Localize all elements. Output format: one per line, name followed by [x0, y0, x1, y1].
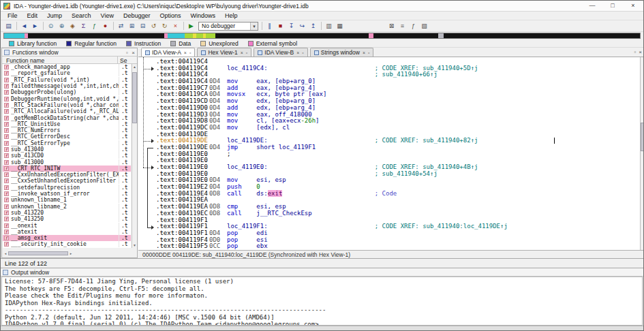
close-button[interactable]: ×: [623, 1, 643, 12]
menu-edit[interactable]: Edit: [22, 12, 43, 20]
structures-icon[interactable]: ⊞: [127, 21, 137, 31]
start-process-icon[interactable]: ▶: [186, 21, 196, 31]
calculator-icon[interactable]: Σ: [78, 21, 89, 31]
scroll-right-icon[interactable]: ▸: [68, 251, 74, 255]
menu-debugger[interactable]: Debugger: [119, 12, 155, 20]
tab-ida-view-b[interactable]: IDA View-B×▫: [254, 48, 307, 57]
tab-hex-view-1[interactable]: Hex View-1×▫: [197, 48, 251, 57]
function-row[interactable]: fDebuggerProbe(ulong).t: [3, 89, 131, 95]
cancel-icon[interactable]: ×: [170, 21, 181, 31]
command-input[interactable]: [1, 326, 643, 330]
run-until-return-icon[interactable]: ↥: [308, 21, 318, 31]
menu-help[interactable]: Help: [220, 12, 243, 20]
search-icon[interactable]: ⊙: [46, 21, 56, 31]
float-icon[interactable]: ▫: [126, 50, 128, 56]
breakpoints-icon[interactable]: ●: [100, 21, 110, 31]
pause-process-icon[interactable]: ∥: [264, 21, 275, 31]
function-row[interactable]: f__onexit.t: [3, 222, 131, 228]
column-segment[interactable]: Se: [118, 57, 132, 63]
copy-icon[interactable]: ⇄: [116, 21, 126, 31]
colors-icon[interactable]: ◈: [67, 21, 78, 31]
scroll-thumb[interactable]: [8, 251, 68, 255]
scroll-up-icon[interactable]: ▲: [132, 64, 137, 69]
redo-icon[interactable]: ↻: [159, 21, 170, 31]
function-row[interactable]: funknown_libname_2.t: [3, 204, 131, 210]
navigation-band-track[interactable]: [3, 33, 641, 39]
close-icon[interactable]: ×: [363, 50, 365, 55]
menu-options[interactable]: Options: [155, 12, 185, 20]
function-row[interactable]: f__setdefaultprecision.t: [3, 185, 131, 191]
modules-list-icon[interactable]: ▦: [335, 21, 345, 31]
scroll-left-icon[interactable]: ◂: [3, 251, 8, 255]
float-icon[interactable]: ▫: [368, 50, 369, 55]
function-row[interactable]: f__amsg_exit.t: [3, 235, 131, 241]
function-row[interactable]: fDebuggerRuntime(ulong,int,void *,*c....…: [3, 95, 131, 101]
function-row[interactable]: f_RTC_Failure(void *,int).t: [3, 77, 131, 83]
script-icon[interactable]: ƒ: [89, 21, 99, 31]
float-icon[interactable]: ▫: [189, 50, 191, 55]
strings-window-icon[interactable]: ▧: [419, 21, 429, 31]
function-row[interactable]: f__CxxUnhandledExceptionFilter(_EXCE....…: [3, 172, 131, 178]
function-row[interactable]: f__CRT_RTC_INITW.t: [3, 166, 131, 172]
minimize-button[interactable]: —: [582, 1, 602, 12]
scroll-thumb[interactable]: [132, 72, 137, 123]
step-into-icon[interactable]: ↧: [286, 21, 296, 31]
function-row[interactable]: funknown_libname_1.t: [3, 197, 131, 203]
function-row[interactable]: fsub_413000.t: [3, 159, 131, 165]
float-icon[interactable]: ▫: [634, 49, 636, 55]
jump-target-icon[interactable]: ⊕: [57, 21, 67, 31]
segments-icon[interactable]: ⊠: [386, 21, 397, 31]
output-log[interactable]: License: 57-8F5F-7D44-11 Jiang Ying, Per…: [1, 277, 643, 326]
menu-file[interactable]: File: [3, 12, 22, 20]
function-row[interactable]: fsub_413CD0.t: [3, 153, 131, 159]
function-row[interactable]: f__report_gsfailure.t: [3, 70, 131, 76]
disasm-line[interactable]: .text:004119E0;: [156, 151, 640, 158]
close-icon[interactable]: ×: [132, 50, 135, 56]
function-row[interactable]: f_check_managed_app.t: [3, 64, 131, 70]
function-row[interactable]: fsub_413250.t: [3, 216, 131, 222]
function-row[interactable]: ffailedthmessage(void *,int,int,char....…: [3, 83, 131, 89]
functions-window-icon[interactable]: ƒ: [408, 21, 418, 31]
function-row[interactable]: f__RTC_UninitUse.t: [3, 121, 131, 127]
function-row[interactable]: f_RTC_StackFailure(void *,char const....…: [3, 102, 131, 108]
disasm-vertical-scrollbar[interactable]: [640, 57, 644, 250]
nav-back-icon[interactable]: ◄: [19, 21, 29, 31]
maximize-button[interactable]: □: [602, 1, 623, 12]
undo-icon[interactable]: ↺: [149, 21, 159, 31]
scroll-down-icon[interactable]: ▼: [132, 242, 137, 248]
nav-forward-icon[interactable]: ►: [30, 21, 40, 31]
stop-process-icon[interactable]: ■: [275, 21, 286, 31]
float-icon[interactable]: ▫: [302, 50, 303, 55]
disasm-line[interactable]: .text:004119EC0D8call j__RTC_CheckEsp: [156, 210, 640, 217]
close-icon[interactable]: ×: [241, 50, 243, 55]
debugger-windows-icon[interactable]: ▥: [324, 21, 334, 31]
close-icon[interactable]: ×: [639, 49, 642, 55]
step-over-icon[interactable]: ↪: [297, 21, 307, 31]
chevron-down-icon[interactable]: ▾: [250, 22, 258, 30]
tab-ida-view-a[interactable]: IDA View-A×▫: [141, 48, 195, 57]
menu-view[interactable]: View: [96, 12, 119, 20]
functions-vertical-scrollbar[interactable]: ▲ ▼: [132, 64, 137, 248]
debugger-select[interactable]: No debugger▾: [198, 22, 258, 31]
function-row[interactable]: fsub_413220.t: [3, 210, 131, 216]
disasm-line[interactable]: .text:004119E40D8call ds:exit ; Code: [156, 191, 640, 198]
save-icon[interactable]: ▤: [3, 21, 14, 31]
scroll-thumb[interactable]: [641, 123, 644, 151]
ida-view-a-pane[interactable]: .text:004119C4.text:004119C4loc_4119C4: …: [138, 57, 644, 250]
names-window-icon[interactable]: ≡: [397, 21, 408, 31]
float-icon[interactable]: ▫: [246, 50, 247, 55]
function-row[interactable]: f__atexit.t: [3, 229, 131, 235]
disassembly-listing[interactable]: .text:004119C4.text:004119C4loc_4119C4: …: [156, 57, 640, 250]
close-icon[interactable]: ×: [296, 50, 299, 55]
function-row[interactable]: f_RTC_AllocaFailure(void *,_RTC_ALLO....…: [3, 108, 131, 114]
function-row[interactable]: f__CxxSetUnhandledExceptionFilter.t: [3, 178, 131, 184]
function-row[interactable]: f__RTC_GetErrorDesc.t: [3, 133, 131, 140]
function-row[interactable]: f___security_init_cookie.t: [3, 241, 131, 247]
function-row[interactable]: f__RTC_NumErrors.t: [3, 127, 131, 133]
disasm-line[interactable]: .text:004119DC0D4mov [edx], cl: [156, 125, 640, 131]
function-row[interactable]: f__RTC_SetErrorType.t: [3, 140, 131, 146]
function-row[interactable]: f__invoke_watson_if_error.t: [3, 191, 131, 197]
menu-jump[interactable]: Jump: [42, 12, 67, 20]
functions-horizontal-scrollbar[interactable]: ◂ ▸: [3, 251, 131, 256]
close-icon[interactable]: ×: [184, 50, 187, 55]
